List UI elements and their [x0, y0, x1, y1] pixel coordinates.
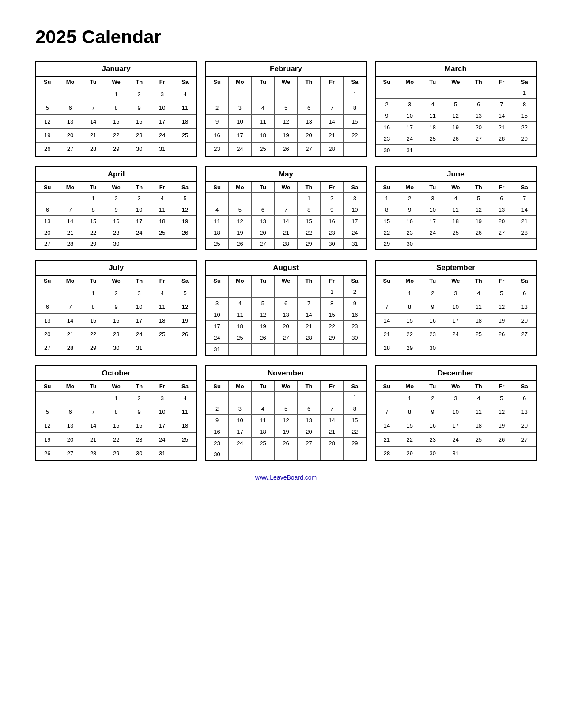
calendar-week-row: 1: [205, 87, 366, 101]
calendar-day: 14: [59, 314, 82, 327]
calendar-day: 7: [298, 298, 321, 309]
calendar-day: 22: [82, 227, 105, 238]
calendar-day: 12: [274, 414, 297, 426]
calendar-day: 3: [344, 192, 367, 204]
calendar-day: [513, 145, 536, 156]
calendar-day: 17: [228, 128, 251, 142]
calendar-day: 9: [128, 101, 151, 115]
calendar-day: 24: [444, 433, 467, 447]
month-name-october: October: [36, 366, 196, 381]
day-header-sa: Sa: [344, 76, 367, 87]
calendar-day: [513, 341, 536, 355]
day-header-we: We: [274, 381, 297, 392]
calendar-day: 8: [513, 99, 536, 110]
calendar-day: 12: [467, 204, 490, 215]
calendar-day: [513, 447, 536, 460]
calendar-day: 10: [344, 204, 367, 215]
day-header-fr: Fr: [321, 182, 344, 193]
calendar-day: 11: [251, 414, 274, 426]
calendar-week-row: 19202122232425: [36, 128, 196, 142]
calendar-day: 27: [251, 238, 274, 250]
calendar-day: [490, 87, 513, 99]
calendar-week-row: 6789101112: [36, 300, 196, 314]
day-header-su: Su: [36, 182, 59, 193]
calendar-day: 24: [128, 327, 151, 341]
calendar-day: [344, 449, 367, 460]
calendar-day: 17: [344, 215, 367, 227]
calendar-day: 5: [490, 391, 513, 405]
day-header-we: We: [274, 182, 297, 193]
calendar-day: 26: [251, 332, 274, 344]
calendar-day: 13: [36, 215, 59, 227]
calendar-day: 18: [444, 215, 467, 227]
day-header-tu: Tu: [421, 381, 444, 392]
calendar-day: 23: [375, 133, 398, 145]
calendar-day: 31: [344, 238, 367, 250]
day-header-tu: Tu: [82, 381, 105, 392]
calendar-day: [228, 286, 251, 298]
day-header-we: We: [444, 381, 467, 392]
calendar-day: [490, 341, 513, 355]
calendar-day: 24: [151, 433, 174, 447]
calendar-day: 20: [298, 426, 321, 437]
calendar-day: 6: [490, 192, 513, 204]
calendar-day: 15: [344, 414, 367, 426]
calendar-week-row: 891011121314: [375, 204, 536, 215]
calendar-day: 20: [513, 419, 536, 432]
calendar-day: 8: [398, 300, 421, 314]
calendar-day: 16: [398, 215, 421, 227]
calendar-day: 19: [274, 426, 297, 437]
calendar-day: 29: [105, 447, 128, 460]
day-header-tu: Tu: [251, 182, 274, 193]
footer-link[interactable]: www.LeaveBoard.com: [35, 474, 537, 481]
calendar-day: 18: [421, 122, 444, 133]
calendar-day: 14: [490, 110, 513, 122]
day-header-tu: Tu: [251, 381, 274, 392]
calendar-week-row: 10111213141516: [205, 309, 366, 321]
calendar-day: 21: [298, 321, 321, 332]
calendar-day: 1: [82, 286, 105, 300]
day-header-sa: Sa: [344, 182, 367, 193]
calendar-day: 27: [59, 142, 82, 156]
calendar-day: 7: [82, 101, 105, 115]
month-name-december: December: [375, 366, 536, 381]
calendar-week-row: 15161718192021: [375, 215, 536, 227]
calendar-day: 2: [105, 192, 128, 204]
day-header-fr: Fr: [151, 381, 174, 392]
calendar-day: 8: [298, 204, 321, 215]
calendar-day: 1: [398, 286, 421, 300]
calendar-day: 22: [398, 433, 421, 447]
day-header-fr: Fr: [321, 76, 344, 87]
day-header-su: Su: [205, 275, 228, 286]
calendar-week-row: 20212223242526: [36, 227, 196, 238]
calendar-day: 23: [105, 327, 128, 341]
calendar-day: [321, 344, 344, 355]
calendar-day: 17: [205, 321, 228, 332]
day-header-we: We: [444, 182, 467, 193]
day-header-mo: Mo: [398, 381, 421, 392]
calendar-day: 28: [82, 142, 105, 156]
calendar-day: 10: [444, 405, 467, 419]
calendar-day: 26: [228, 238, 251, 250]
calendar-week-row: 2345678: [205, 101, 366, 115]
calendar-day: 8: [105, 405, 128, 419]
calendar-day: 2: [421, 391, 444, 405]
calendar-day: 19: [36, 128, 59, 142]
month-name-november: November: [205, 366, 366, 381]
calendar-day: 15: [398, 419, 421, 432]
calendar-day: 9: [128, 405, 151, 419]
calendar-week-row: 123: [205, 192, 366, 204]
calendar-day: 9: [421, 405, 444, 419]
calendar-day: 22: [105, 128, 128, 142]
day-header-mo: Mo: [59, 275, 82, 286]
day-header-sa: Sa: [513, 381, 536, 392]
day-header-su: Su: [375, 76, 398, 87]
calendar-day: 15: [321, 309, 344, 321]
calendar-day: [298, 286, 321, 298]
calendar-week-row: 14151617181920: [375, 419, 536, 432]
calendar-day: 18: [151, 314, 174, 327]
day-header-mo: Mo: [228, 182, 251, 193]
calendar-day: 22: [398, 327, 421, 341]
calendar-day: 11: [467, 405, 490, 419]
day-header-fr: Fr: [321, 275, 344, 286]
